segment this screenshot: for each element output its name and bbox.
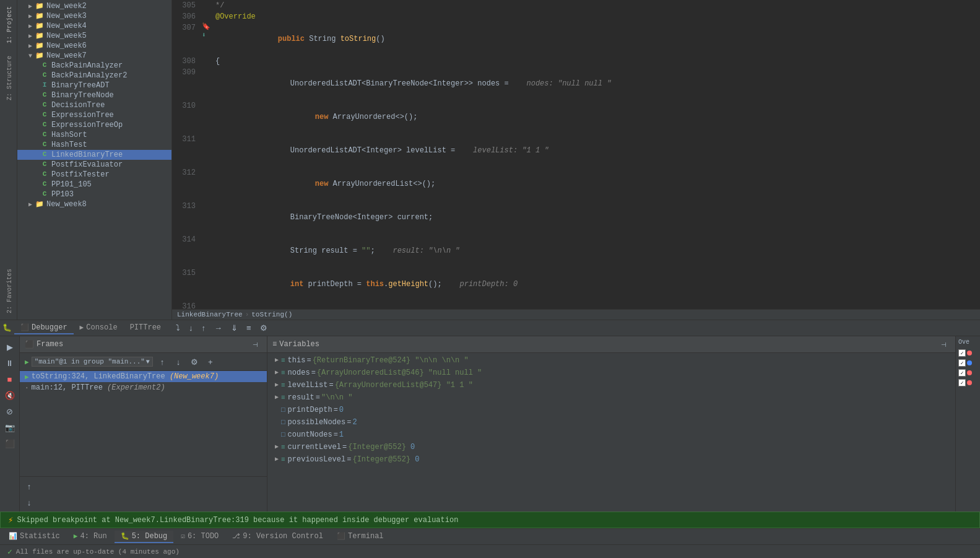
tree-item-pp101-105[interactable]: C PP101_105 <box>17 180 171 190</box>
btn-step-into[interactable]: ↓ <box>185 322 197 334</box>
btn-settings[interactable]: ⚙ <box>256 322 271 334</box>
btn-frame-up[interactable]: ↑ <box>155 355 169 368</box>
var-item-possiblenodes[interactable]: □ possibleNodes = 2 <box>267 416 955 429</box>
breadcrumb-method[interactable]: toString() <box>251 311 292 318</box>
tree-item-decision-tree[interactable]: C DecisionTree <box>17 100 171 110</box>
tree-item-binary-tree-node[interactable]: C BinaryTreeNode <box>17 90 171 100</box>
line-code-309[interactable]: UnorderedListADT<BinaryTreeNode<Integer>… <box>213 67 980 100</box>
tree-arrow-new-week2[interactable]: ▶ <box>26 2 35 10</box>
line-code-308[interactable]: { <box>213 56 980 67</box>
btn-camera[interactable]: 📷 <box>3 421 17 434</box>
tree-label-new-week7: New_week7 <box>46 51 87 60</box>
sidebar-tab-favorites[interactable]: 2: Favorites <box>0 263 17 320</box>
line-code-316[interactable]: int possibleNodes = (int)Math.pow(2, pri… <box>213 301 980 309</box>
var-item-this[interactable]: ▶ ≡ this = {ReturnBinaryTree@524} "\n\n … <box>267 354 955 367</box>
tree-item-new-week3[interactable]: ▶ 📁 New_week3 <box>17 11 171 21</box>
btn-mute[interactable]: 🔇 <box>3 388 17 402</box>
code-scroll[interactable]: 305 */ 306 @Override 307 🔖 <box>172 0 980 309</box>
var-arrow-previouslevel[interactable]: ▶ <box>272 454 281 465</box>
tree-item-binary-tree-adt[interactable]: I BinaryTreeADT <box>17 81 171 90</box>
tree-item-expression-tree[interactable]: C ExpressionTree <box>17 110 171 120</box>
var-item-previouslevel[interactable]: ▶ ≡ previousLevel = {Integer@552} 0 <box>267 453 955 466</box>
btn-evaluate[interactable]: ≡ <box>243 322 255 334</box>
var-item-result[interactable]: ▶ ≡ result = "\n\n " <box>267 391 955 404</box>
btn-frame-nav-down[interactable]: ↓ <box>22 495 36 509</box>
tree-arrow-new-week7[interactable]: ▼ <box>26 53 35 59</box>
btn-frame-add[interactable]: + <box>204 355 217 368</box>
tree-item-new-week7[interactable]: ▼ 📁 New_week7 <box>17 51 171 61</box>
line-code-311[interactable]: UnorderedListADT<Integer> levelList = le… <box>213 134 980 167</box>
tab-run[interactable]: ▶ 4: Run <box>67 531 113 543</box>
var-item-countnodes[interactable]: □ countNodes = 1 <box>267 429 955 441</box>
tree-item-back-pain-analyzer[interactable]: C BackPainAnalyzer <box>17 61 171 71</box>
btn-stop[interactable]: ■ <box>3 372 17 386</box>
btn-mute2[interactable]: ⊘ <box>3 404 17 418</box>
tree-item-expression-tree-op[interactable]: C ExpressionTreeOp <box>17 120 171 130</box>
tree-arrow-new-week6[interactable]: ▶ <box>26 42 35 50</box>
tree-arrow-new-week8[interactable]: ▶ <box>26 201 35 208</box>
btn-frame-filter[interactable]: ⚙ <box>188 355 201 368</box>
var-arrow-currentlevel[interactable]: ▶ <box>272 442 281 453</box>
line-code-313[interactable]: BinaryTreeNode<Integer> current; <box>213 201 980 234</box>
line-code-315[interactable]: int printDepth = this.getHeight(); print… <box>213 268 980 301</box>
btn-frames-menu[interactable]: ⊣ <box>248 338 262 351</box>
btn-frame-down[interactable]: ↓ <box>171 355 185 368</box>
checkbox-1[interactable] <box>958 349 966 357</box>
tree-arrow-new-week4[interactable]: ▶ <box>26 22 35 30</box>
tab-debugger[interactable]: ⬛ Debugger <box>14 322 74 334</box>
tab-todo[interactable]: ☑ 6: TODO <box>175 531 225 543</box>
tree-item-pp103[interactable]: C PP103 <box>17 190 171 199</box>
frame-item-1[interactable]: ▶ toString:324, LinkedBinaryTree (New_we… <box>20 371 267 382</box>
sidebar-tab-structure[interactable]: Z: Structure <box>0 50 17 107</box>
tree-item-new-week2[interactable]: ▶ 📁 New_week2 <box>17 1 171 11</box>
btn-pause[interactable]: ⏸ <box>3 356 17 370</box>
breadcrumb-class[interactable]: LinkedBinaryTree <box>177 311 243 318</box>
tab-terminal[interactable]: ⬛ Terminal <box>331 531 390 543</box>
btn-force-step-into[interactable]: ⇓ <box>227 322 241 334</box>
var-item-printdepth[interactable]: □ printDepth = 0 <box>267 404 955 416</box>
tree-item-new-week6[interactable]: ▶ 📁 New_week6 <box>17 41 171 51</box>
tab-pit-tree[interactable]: PITTree <box>124 322 167 334</box>
var-arrow-result[interactable]: ▶ <box>272 392 281 403</box>
checkbox-4[interactable] <box>958 379 966 386</box>
thread-dropdown[interactable]: "main"@1 in group "main..." ▼ <box>32 357 153 367</box>
sidebar-tab-project[interactable]: 1: Project <box>0 0 17 50</box>
tab-debug[interactable]: 🐛 5: Debug <box>115 531 174 543</box>
tree-item-postfix-tester[interactable]: C PostfixTester <box>17 170 171 180</box>
btn-show-exec[interactable]: ⬛ <box>3 437 17 450</box>
var-arrow-levellist[interactable]: ▶ <box>272 380 281 391</box>
line-code-314[interactable]: String result = ""; result: "\n\n " <box>213 234 980 268</box>
checkbox-3[interactable] <box>958 369 966 377</box>
var-arrow-this[interactable]: ▶ <box>272 355 281 366</box>
tab-version-control[interactable]: ⎇ 9: Version Control <box>226 531 329 543</box>
var-arrow-nodes[interactable]: ▶ <box>272 367 281 378</box>
tree-item-hash-sort[interactable]: C HashSort <box>17 130 171 140</box>
tree-item-linked-binary-tree[interactable]: C LinkedBinaryTree <box>17 150 171 160</box>
btn-vars-menu[interactable]: ⊣ <box>937 338 950 351</box>
line-code-310[interactable]: new ArrayUnordered<>(); <box>213 100 980 134</box>
var-item-levellist[interactable]: ▶ ≡ levelList = {ArrayUnorderedList@547}… <box>267 379 955 391</box>
tree-item-new-week5[interactable]: ▶ 📁 New_week5 <box>17 31 171 41</box>
tree-item-hash-test[interactable]: C HashTest <box>17 140 171 150</box>
tree-item-back-pain-analyzer2[interactable]: C BackPainAnalyzer2 <box>17 71 171 81</box>
tab-console[interactable]: ▶ Console <box>74 322 124 334</box>
tree-arrow-new-week3[interactable]: ▶ <box>26 12 35 20</box>
line-code-307[interactable]: public String toString() <box>213 22 980 56</box>
btn-frame-nav-up[interactable]: ↑ <box>22 479 36 493</box>
tree-item-new-week8[interactable]: ▶ 📁 New_week8 <box>17 199 171 209</box>
checkbox-2[interactable] <box>958 359 966 367</box>
btn-resume[interactable]: ▶ <box>3 340 17 354</box>
tab-statistic[interactable]: 📊 Statistic <box>2 531 66 543</box>
btn-step-out[interactable]: ↑ <box>198 322 210 334</box>
tree-item-postfix-evaluator[interactable]: C PostfixEvaluator <box>17 160 171 170</box>
line-code-312[interactable]: new ArrayUnorderedList<>(); <box>213 167 980 201</box>
line-code-306[interactable]: @Override <box>213 11 980 22</box>
btn-run-to-cursor[interactable]: → <box>210 322 226 334</box>
btn-step-over[interactable]: ⤵ <box>172 322 184 334</box>
tree-arrow-new-week5[interactable]: ▶ <box>26 32 35 40</box>
var-item-nodes[interactable]: ▶ ≡ nodes = {ArrayUnorderedList@546} "nu… <box>267 367 955 379</box>
line-code-305[interactable]: */ <box>213 0 980 11</box>
frame-item-2[interactable]: · main:12, PITTree (Experiment2) <box>20 382 267 393</box>
var-item-currentlevel[interactable]: ▶ ≡ currentLevel = {Integer@552} 0 <box>267 441 955 453</box>
tree-item-new-week4[interactable]: ▶ 📁 New_week4 <box>17 21 171 31</box>
